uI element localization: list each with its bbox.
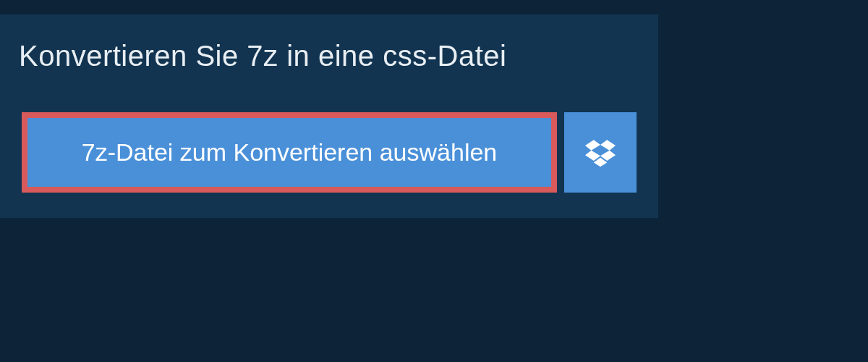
select-file-button[interactable]: 7z-Datei zum Konvertieren auswählen: [22, 112, 557, 193]
converter-panel: Konvertieren Sie 7z in eine css-Datei 7z…: [0, 14, 658, 218]
dropbox-button[interactable]: [564, 112, 637, 193]
svg-marker-0: [585, 140, 600, 150]
page-title: Konvertieren Sie 7z in eine css-Datei: [19, 40, 506, 72]
svg-marker-1: [600, 140, 616, 150]
heading-container: Konvertieren Sie 7z in eine css-Datei: [0, 14, 521, 90]
svg-marker-2: [585, 150, 600, 160]
dropbox-icon: [585, 138, 616, 168]
button-row: 7z-Datei zum Konvertieren auswählen: [0, 112, 658, 193]
svg-marker-3: [600, 150, 616, 160]
select-file-label: 7z-Datei zum Konvertieren auswählen: [82, 138, 498, 167]
